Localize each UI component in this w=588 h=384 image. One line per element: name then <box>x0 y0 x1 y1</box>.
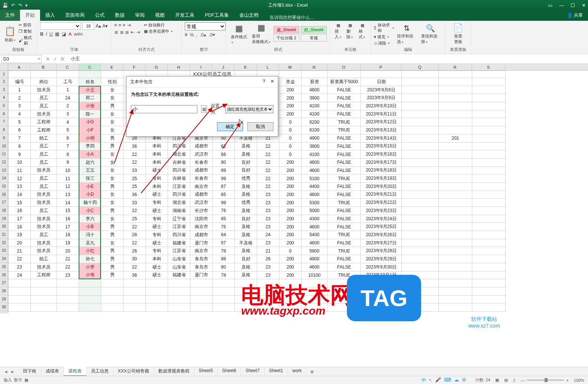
font-size-input[interactable] <box>82 22 94 30</box>
cancel-entry-icon[interactable]: ✕ <box>46 56 50 62</box>
select-all-cell[interactable] <box>0 64 8 71</box>
delete-cells-button[interactable]: ▦删除 <box>345 22 355 40</box>
tab-插入[interactable]: 插入 <box>40 10 60 21</box>
table-format-button[interactable]: ▦套用 表格格式 <box>250 22 272 45</box>
fontcolor-icon[interactable]: A <box>68 31 72 37</box>
italic-icon[interactable]: I <box>46 31 47 37</box>
invoice-button[interactable]: 📄发票 查验 <box>448 22 468 45</box>
shrink-font-icon[interactable]: A▾ <box>102 23 108 29</box>
tell-me[interactable]: 告诉我您想要做什么… <box>264 14 314 21</box>
sheet-tab-XXX公司销售额[interactable]: XXX公司销售额 <box>114 367 154 376</box>
dialog-help-icon[interactable]: ? <box>263 79 265 85</box>
qat-more-icon[interactable]: ▾ <box>25 3 28 8</box>
merge-button[interactable]: ▦ 合并后居中 <box>144 29 173 34</box>
ok-button[interactable]: 确定 <box>217 122 243 131</box>
sheet-tab-数据透视表教程[interactable]: 数据透视表教程 <box>154 367 194 376</box>
style-good[interactable]: 好_Sheet4 <box>301 26 327 33</box>
maximize-icon[interactable]: ☐ <box>571 3 575 8</box>
tab-file[interactable]: 文件 <box>0 10 20 21</box>
add-sheet-icon[interactable]: ⊕ <box>306 369 318 374</box>
font-family-select[interactable] <box>40 22 81 30</box>
tab-数据[interactable]: 数据 <box>110 10 130 21</box>
format-select[interactable]: 浅红填充色深红色文本 <box>225 105 273 113</box>
punct-icon[interactable]: •, <box>429 377 432 384</box>
ribbon: 📋粘贴 ✂ 剪切 ❐ 复制 🖌 格式刷 剪贴板 A▴ A▾ B I U ▦ ◪ <box>0 21 588 54</box>
row-headers[interactable]: 1234567891011121314151617181920212223242… <box>0 71 8 313</box>
cancel-button[interactable]: 取消 <box>247 122 273 131</box>
border-icon[interactable]: ▦ <box>55 31 59 37</box>
name-box[interactable]: D3 <box>1 55 42 63</box>
settings-icon[interactable]: ⚙ <box>462 377 466 384</box>
sheet-tab-Sheet7[interactable]: Sheet7 <box>241 367 265 376</box>
insert-cells-button[interactable]: ▦插入 <box>333 22 344 40</box>
formula-input[interactable]: 小王 <box>69 55 588 63</box>
view-layout-icon[interactable]: ▤ <box>504 378 508 383</box>
range-picker-icon[interactable]: ▦ <box>201 105 207 113</box>
mic-icon[interactable]: 🎤 <box>435 377 441 384</box>
find-select-button[interactable]: 🔍查找和选择 <box>420 23 442 45</box>
underline-icon[interactable]: U <box>49 31 53 37</box>
dialog-text-input[interactable] <box>131 105 197 113</box>
tab-开发工具[interactable]: 开发工具 <box>170 10 200 21</box>
tab-PDF工具集[interactable]: PDF工具集 <box>200 10 234 21</box>
sheet-tab-work[interactable]: work <box>288 367 306 376</box>
fill-button[interactable]: ▾ 填充 <box>374 34 394 40</box>
style-bad[interactable]: 差_Sheet4 <box>273 26 299 33</box>
sheet-tab-员工信息[interactable]: 员工信息 <box>86 367 114 376</box>
confirm-entry-icon[interactable]: ✓ <box>53 56 57 62</box>
tab-视图[interactable]: 视图 <box>150 10 170 21</box>
minimize-icon[interactable]: — <box>559 3 564 8</box>
sheet-tab-Sheet1[interactable]: Sheet1 <box>265 367 288 376</box>
set-as-label: 设置为 <box>211 103 221 115</box>
keyboard-icon[interactable]: ⌨ <box>444 377 451 384</box>
dialog-close-icon[interactable]: ✕ <box>270 79 274 85</box>
window-title: 工作簿3.xlsx - Excel <box>28 2 548 9</box>
save-icon[interactable]: 💾 <box>2 3 8 8</box>
zoom-slider[interactable]: — + <box>520 378 568 383</box>
sheet-nav-prev-icon[interactable]: ◄ <box>4 369 8 374</box>
sheet-tab-Sheet6[interactable]: Sheet6 <box>218 367 241 376</box>
ribbon-options-icon[interactable]: ▭ <box>548 3 552 8</box>
style-normal[interactable]: 常规 <box>301 34 327 42</box>
view-break-icon[interactable]: ▯ <box>513 378 515 383</box>
paste-button[interactable]: 📋粘贴 <box>3 25 17 43</box>
wrap-button[interactable]: ↩ 自动换行 <box>144 22 173 28</box>
tab-开始[interactable]: 开始 <box>20 10 40 21</box>
phonetic-icon[interactable]: wén <box>74 31 83 37</box>
tab-页面布局[interactable]: 页面布局 <box>60 10 90 21</box>
fillcolor-icon[interactable]: ◪ <box>62 31 66 37</box>
undo-icon[interactable]: ↶ <box>11 3 15 8</box>
painter-button[interactable]: 🖌 格式刷 <box>19 35 34 46</box>
titlebar: 💾 ↶ ↷ ▾ 工作簿3.xlsx - Excel ▭ — ☐ ✕ <box>0 0 588 10</box>
grid[interactable]: ABCDEFGHIJKLMNOPQRS 12345678910111213141… <box>0 64 588 313</box>
style-comma[interactable]: 千位分隔 2 <box>273 34 299 42</box>
cloud-icon[interactable]: ☁ <box>454 377 459 384</box>
cond-format-button[interactable]: ▦条件格式 <box>229 23 249 45</box>
sheet-tab-Sheet5[interactable]: Sheet5 <box>194 367 218 376</box>
grow-font-icon[interactable]: A▴ <box>96 23 101 29</box>
view-normal-icon[interactable]: ▦ <box>495 378 499 383</box>
sheet-tab-成绩表[interactable]: 成绩表 <box>41 367 64 376</box>
zoom-percent[interactable]: 100% <box>574 378 584 383</box>
share-button[interactable]: 👤 共享 <box>562 10 588 21</box>
tab-金山文档[interactable]: 金山文档 <box>234 10 264 21</box>
fx-icon[interactable]: fx <box>61 56 64 62</box>
sheet-nav-next-icon[interactable]: ► <box>10 369 15 374</box>
format-cells-button[interactable]: ▦格式 <box>357 22 368 40</box>
column-headers[interactable]: ABCDEFGHIJKLMNOPQRS <box>8 64 588 71</box>
sheet-tab-课程表[interactable]: 课程表 <box>64 367 86 376</box>
cut-button[interactable]: ✂ 剪切 <box>19 22 34 28</box>
close-icon[interactable]: ✕ <box>582 3 586 8</box>
tab-公式[interactable]: 公式 <box>90 10 110 21</box>
copy-button[interactable]: ❐ 复制 <box>19 29 34 34</box>
redo-icon[interactable]: ↷ <box>18 3 22 8</box>
autosum-button[interactable]: Σ 自动求和 <box>374 22 394 33</box>
number-format-select[interactable]: 常规 <box>185 22 226 30</box>
clear-button[interactable]: ◇ 清除 <box>374 40 394 46</box>
dialog-subtitle: 为包含以下文本的单元格设置格式: <box>131 91 273 98</box>
tab-审阅[interactable]: 审阅 <box>130 10 150 21</box>
ime-icon[interactable]: 中 <box>421 377 426 384</box>
sheet-tab-田字格[interactable]: 田字格 <box>19 367 41 376</box>
sort-filter-button[interactable]: ⇅排序和筛选 <box>395 23 418 45</box>
bold-icon[interactable]: B <box>40 31 43 37</box>
